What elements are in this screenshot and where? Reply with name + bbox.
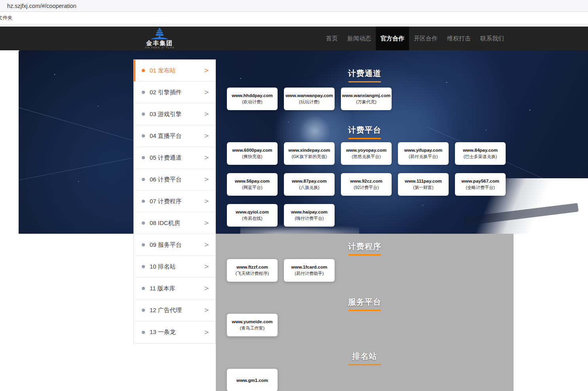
sidebar-item[interactable]: 09 服务平台 > [134,234,215,256]
partner-site-card[interactable]: www.56pay.com (网蓝平台) [227,173,278,196]
section-title: 服务平台 [216,296,514,311]
partner-site-desc: (全略计费平台) [466,185,495,191]
logo[interactable]: 金丰集团 JIN FENG JI TUAN [143,27,177,50]
nav-item[interactable]: 新闻动态 [343,27,376,50]
partner-site-card[interactable]: www.87pay.com (八旗兑换) [284,173,335,196]
sidebar-item-label: 03 游戏引擎 [150,111,204,118]
partner-site-card[interactable]: www.111pay.com (第一财富) [398,173,449,196]
partner-site-desc: (八旗兑换) [299,185,319,191]
partner-site-url: www.wanwanpay.com [285,93,333,98]
sidebar-item[interactable]: 02 引擎插件 > [134,82,215,103]
partner-site-card[interactable]: www.xindepay.com (GK旗下新的充值) [284,142,335,165]
category-sidebar: 01 发布站 > 02 引擎插件 > 03 游戏引擎 > 04 直播平台 > 0… [133,59,216,343]
partner-site-desc: (网蓝平台) [242,185,262,191]
sidebar-item[interactable]: 08 IDC机房 > [134,212,215,234]
partner-site-url: www.hhddpay.com [232,93,273,98]
bullet-dot-icon [142,243,145,246]
sidebar-item[interactable]: 07 计费程序 > [134,191,215,212]
sidebar-item[interactable]: 06 计费平台 > [134,169,215,191]
partner-site-desc: (悠悠兑换平台) [352,154,381,160]
sidebar-item[interactable]: 11 版本库 > [134,278,215,299]
partner-site-desc: (万象代充) [356,99,376,105]
nav-item[interactable]: 首页 [321,27,343,50]
section-title: 计费通道 [216,68,514,82]
partner-site-desc: (飞天猪计费程序) [236,271,269,277]
sidebar-item[interactable]: 13 一条龙 > [134,321,215,343]
partner-site-card[interactable]: www.6000pay.com (爽快充值) [227,142,278,165]
partner-site-card[interactable]: www.84pay.com (巴士多渠道兑换) [455,142,506,165]
partner-site-card[interactable]: www.ftzzf.com (飞天猪计费程序) [227,259,278,282]
bullet-dot-icon [142,221,145,225]
section-title: 计费程序 [216,241,514,256]
chevron-right-icon: > [204,307,209,314]
partner-site-url: www.yoyopay.com [346,148,386,153]
partner-site-url: www.wanxiangmj.com [342,93,390,98]
section-title-text: 计费程序 [348,242,381,251]
sidebar-item-label: 12 广告代理 [150,307,204,314]
cooperation-section: 计费通道 www.hhddpay.com (欢动计费) www.wanwanpa… [216,68,514,110]
nav-item[interactable]: 开区合作 [409,27,442,50]
partner-site-card[interactable]: www.1fcard.com (易付计费助手) [284,259,335,282]
bullet-dot-icon [142,287,145,290]
nav-item[interactable]: 联系我们 [476,27,509,50]
partner-site-url: www.xindepay.com [288,148,330,153]
sidebar-item[interactable]: 03 游戏引擎 > [134,103,215,125]
bullet-dot-icon [142,265,145,268]
bullet-dot-icon [142,178,145,181]
card-grid: www.yumeide.com (青鸟工作室) [216,314,514,336]
partner-site-url: www.yumeide.com [232,319,272,324]
partner-site-card[interactable]: www.yumeide.com (青鸟工作室) [227,314,278,336]
chevron-right-icon: > [204,219,209,227]
sidebar-item[interactable]: 12 广告代理 > [134,299,215,321]
address-bar-url[interactable]: hz.szjfxj.com/#/cooperation [7,3,76,9]
partner-site-card[interactable]: www.haipay.com (嗨付计费平台) [284,204,335,227]
nav-item[interactable]: 官方合作 [376,27,409,50]
bullet-dot-icon [142,200,145,203]
card-grid: www.ftzzf.com (飞天猪计费程序) www.1fcard.com (… [216,259,514,282]
partner-site-card[interactable]: www.yifupay.com (易付兑换平台) [398,142,449,165]
section-title-underline [348,254,381,256]
card-grid: www.hhddpay.com (欢动计费) www.wanwanpay.com… [216,88,514,110]
hero-network-line [19,158,132,181]
sidebar-item-label: 11 版本库 [150,285,204,292]
partner-site-desc: (嗨付计费平台) [295,216,323,221]
cooperation-content: 计费通道 www.hhddpay.com (欢动计费) www.wanwanpa… [216,50,514,391]
sidebar-item-label: 13 一条龙 [150,328,204,336]
main-area: 01 发布站 > 02 引擎插件 > 03 游戏引擎 > 04 直播平台 > 0… [0,50,588,391]
partner-site-card[interactable]: www.wanxiangmj.com (万象代充) [341,88,392,110]
partner-site-card[interactable]: www.qyiol.com (奇易在线) [227,204,278,227]
sidebar-item-label: 06 计费平台 [150,176,204,183]
address-bar[interactable]: hz.szjfxj.com/#/cooperation [0,0,588,12]
partner-site-url: www.92cz.com [350,179,382,183]
chevron-right-icon: > [204,154,209,161]
partner-site-card[interactable]: www.wanwanpay.com (玩玩计费) [284,88,335,110]
main-nav: 首页新闻动态官方合作开区合作维权打击联系我们 [321,27,509,50]
sidebar-item-label: 02 引擎插件 [150,89,204,96]
partner-site-url: www.haipay.com [291,210,327,214]
cooperation-section: 计费程序 www.ftzzf.com (飞天猪计费程序) www.1fcard.… [216,241,514,282]
bullet-dot-icon [142,331,145,334]
sidebar-item[interactable]: 05 计费通道 > [134,147,215,169]
partner-site-card[interactable]: www.gm1.com [227,369,278,391]
sidebar-item[interactable]: 04 直播平台 > [134,125,215,147]
bookmarks-bar: 文件夹 [0,12,588,25]
partner-site-card[interactable]: www.hhddpay.com (欢动计费) [227,88,278,110]
bookmarks-folder[interactable]: 文件夹 [0,15,13,21]
bullet-dot-icon [142,69,145,72]
chevron-right-icon: > [204,329,209,336]
sidebar-item[interactable]: 01 发布站 > [134,60,215,82]
partner-site-url: www.87pay.com [292,179,327,183]
partner-site-card[interactable]: www.92cz.com (92计费平台) [341,173,392,196]
bullet-dot-icon [142,309,145,312]
chevron-right-icon: > [204,111,209,118]
partner-site-card[interactable]: www.yoyopay.com (悠悠兑换平台) [341,142,392,165]
section-title-text: 计费通道 [348,69,381,78]
sidebar-item-label: 08 IDC机房 [150,219,204,227]
sidebar-item[interactable]: 10 排名站 > [134,256,215,278]
partner-site-desc: (92计费平台) [354,185,379,191]
site-header: 金丰集团 JIN FENG JI TUAN 首页新闻动态官方合作开区合作维权打击… [0,27,588,50]
nav-item[interactable]: 维权打击 [442,27,476,50]
partner-site-card[interactable]: www.pay567.com (全略计费平台) [455,173,506,196]
bullet-dot-icon [142,134,145,137]
section-title-text: 排名站 [352,352,377,360]
